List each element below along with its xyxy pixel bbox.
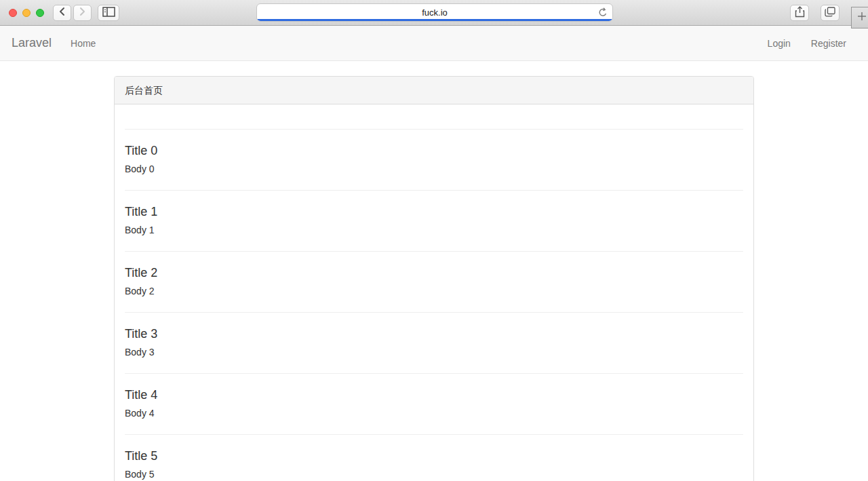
post-item: Title 3 Body 3 [125, 312, 743, 358]
sidebar-icon [102, 7, 115, 20]
post-item: Title 1 Body 1 [125, 190, 743, 236]
post-item: Title 2 Body 2 [125, 251, 743, 297]
back-icon [58, 7, 66, 19]
admin-panel: 后台首页 Title 0 Body 0 Title 1 Body 1 Title… [114, 76, 754, 481]
post-body: Body 3 [125, 347, 743, 358]
post-divider [125, 129, 743, 130]
post-item: Title 5 Body 5 [125, 434, 743, 480]
post-item: Title 0 Body 0 [125, 129, 743, 175]
address-bar[interactable]: fuck.io [256, 3, 613, 22]
address-text: fuck.io [422, 7, 448, 18]
post-body: Body 4 [125, 408, 743, 419]
back-button[interactable] [53, 5, 71, 21]
close-window-button[interactable] [9, 9, 17, 17]
plus-icon [857, 12, 867, 24]
nav-link-login[interactable]: Login [757, 38, 801, 49]
site-navbar: Laravel Home Login Register [0, 26, 868, 61]
page-load-progress-bar [257, 19, 612, 21]
nav-link-register[interactable]: Register [801, 38, 856, 49]
navbar-brand[interactable]: Laravel [12, 36, 52, 50]
posts-list: Title 0 Body 0 Title 1 Body 1 Title 2 Bo… [115, 104, 753, 481]
sidebar-button[interactable] [98, 5, 119, 21]
post-divider [125, 312, 743, 313]
share-button[interactable] [790, 5, 809, 21]
tab-overview-icon [825, 7, 835, 20]
post-divider [125, 373, 743, 374]
post-body: Body 2 [125, 286, 743, 297]
forward-icon [79, 7, 86, 19]
post-title: Title 2 [125, 266, 743, 280]
minimize-window-button[interactable] [22, 9, 31, 17]
zoom-window-button[interactable] [36, 9, 44, 17]
panel-heading: 后台首页 [115, 77, 753, 104]
post-body: Body 5 [125, 469, 743, 480]
window-controls [9, 9, 44, 17]
post-divider [125, 434, 743, 435]
post-title: Title 0 [125, 144, 743, 158]
new-tab-button[interactable] [851, 7, 868, 28]
post-title: Title 3 [125, 327, 743, 341]
nav-link-home[interactable]: Home [71, 38, 106, 49]
tab-overview-button[interactable] [821, 5, 840, 21]
browser-toolbar: fuck.io [0, 0, 868, 26]
post-title: Title 1 [125, 205, 743, 219]
post-title: Title 5 [125, 449, 743, 463]
post-item: Title 4 Body 4 [125, 373, 743, 419]
share-icon [795, 6, 805, 20]
navbar-right: Login Register [757, 38, 856, 49]
post-body: Body 1 [125, 225, 743, 236]
forward-button[interactable] [73, 5, 92, 21]
post-divider [125, 251, 743, 252]
post-divider [125, 190, 743, 191]
post-title: Title 4 [125, 388, 743, 402]
post-body: Body 0 [125, 163, 743, 175]
